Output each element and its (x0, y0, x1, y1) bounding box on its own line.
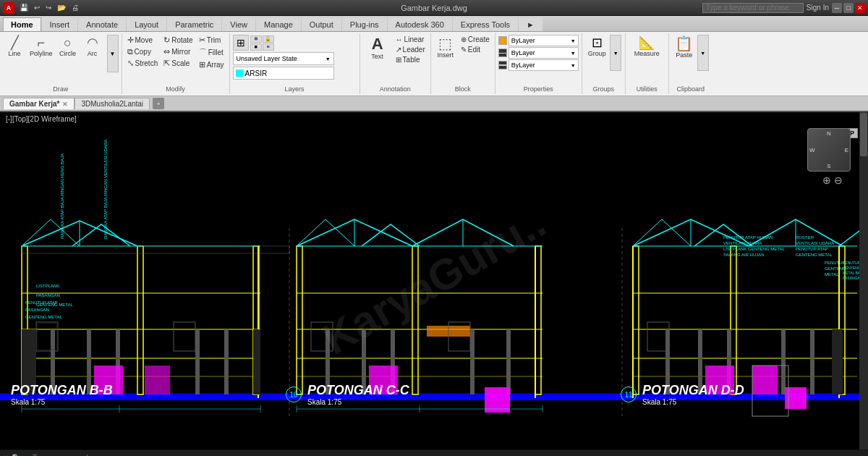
stretch-button[interactable]: ⤡ Stretch (125, 58, 161, 69)
leader-button[interactable]: ↗ Leader (393, 45, 427, 54)
layer-more-button[interactable]: ≡ (263, 43, 274, 51)
new-tab-button[interactable]: + (153, 98, 164, 109)
layer-freeze-button[interactable]: ❄ (250, 35, 262, 43)
circle-button[interactable]: ○ Circle (56, 35, 80, 59)
layer-properties-button[interactable]: ⊞ (233, 35, 249, 51)
mirror-icon: ⇔ (163, 47, 170, 56)
navigation-cube[interactable]: TOP N S E W ⊕ ⊖ (807, 118, 858, 169)
annotation-label: Annotation (380, 85, 411, 93)
tab-view[interactable]: View (222, 17, 255, 31)
group-annotation: A Text ↔ Linear ↗ Leader ⊞ Table (360, 33, 431, 94)
line-button[interactable]: ╱ Line (3, 35, 26, 59)
layer-state-dropdown[interactable]: Unsaved Layer State (233, 52, 334, 65)
quick-save[interactable]: 💾 (17, 3, 30, 12)
sign-in-button[interactable]: Sign In (807, 4, 829, 12)
svg-rect-16 (224, 329, 229, 394)
fillet-button[interactable]: ⌒ Fillet (197, 46, 226, 59)
compass-e: E (845, 147, 848, 153)
tab-manage[interactable]: Manage (256, 17, 301, 31)
svg-rect-15 (195, 329, 200, 394)
edit-button[interactable]: ✎ Edit (459, 45, 492, 54)
polyline-button[interactable]: ⌐ Polyline (27, 35, 55, 59)
insert-button[interactable]: ⬚ Insert (434, 35, 457, 60)
tab-insert[interactable]: Insert (42, 17, 78, 31)
draw-more-button[interactable]: ▼ (107, 35, 119, 72)
clipboard-more-button[interactable]: ▼ (697, 35, 709, 71)
rotate-button[interactable]: ↻ Rotate (161, 35, 195, 46)
color-swatch-1 (498, 36, 507, 45)
svg-text:METAL: METAL (825, 272, 839, 276)
paste-icon: 📋 (675, 36, 693, 51)
command-bar: ✕ 🔍 ↕ (0, 449, 868, 456)
quick-undo[interactable]: ↩ (32, 3, 42, 12)
tab-output[interactable]: Output (302, 17, 341, 31)
doc-tab-label: Gambar Kerja* (9, 100, 59, 108)
groups-more-button[interactable]: ▼ (610, 35, 621, 71)
compass-s: S (827, 163, 830, 169)
svg-text:RANGKA ATAP BAJA RINGAN VENTIL: RANGKA ATAP BAJA RINGAN VENTILASI UDARA (103, 140, 108, 239)
layer-lock-button[interactable]: 🔒 (263, 35, 274, 43)
close-button[interactable]: ✕ (855, 3, 865, 13)
section-marker-11: 11 (621, 387, 637, 402)
doc-tab-close[interactable]: ✕ (62, 101, 68, 108)
title-bar: A 💾 ↩ ↪ 📂 🖨 Gambar Kerja.dwg Sign In ─ □… (0, 0, 868, 16)
tab-express-tools[interactable]: Express Tools (453, 17, 518, 31)
trim-button[interactable]: ✂ Trim (197, 35, 226, 46)
layer-color-button[interactable]: ■ (250, 43, 262, 51)
minimize-button[interactable]: ─ (832, 3, 842, 13)
tab-more[interactable]: ► (519, 17, 542, 31)
layer-color-swatch (236, 69, 243, 77)
group-modify: ✛ Move ⧉ Copy ⤡ Stretch ↻ Rotate (122, 33, 230, 94)
navcube-zoom-out[interactable]: ⊖ (834, 174, 843, 186)
current-layer-row[interactable]: ARSIR (233, 67, 334, 80)
arc-button[interactable]: ◠ Arc (81, 35, 104, 59)
quick-print[interactable]: 🖨 (69, 3, 81, 12)
array-button[interactable]: ⊞ Array (197, 59, 226, 70)
text-button[interactable]: A Text (363, 35, 392, 62)
quick-open[interactable]: 📂 (55, 3, 68, 12)
svg-rect-52 (781, 329, 786, 394)
svg-rect-33 (470, 329, 475, 394)
text-icon: A (372, 36, 383, 52)
svg-rect-34 (506, 329, 511, 394)
copy-button[interactable]: ⧉ Copy (125, 46, 161, 57)
scale-button[interactable]: ⇱ Scale (161, 58, 195, 69)
vertical-scrollbar[interactable] (859, 112, 868, 449)
scale-icon: ⇱ (163, 59, 170, 68)
layers-label: Layers (285, 85, 305, 93)
tab-layout[interactable]: Layout (127, 17, 166, 31)
navcube-zoom-in[interactable]: ⊕ (822, 174, 831, 186)
bylayer-lineweight-dropdown[interactable]: ByLayer ▼ (509, 59, 579, 71)
group-groups: ⊡ Group ▼ Groups (582, 33, 626, 94)
measure-button[interactable]: 📐 Measure (632, 35, 662, 59)
compass-n: N (827, 130, 831, 137)
tab-home[interactable]: Home (3, 17, 41, 31)
paste-button[interactable]: 📋 Paste (673, 35, 696, 60)
tab-autodesk360[interactable]: Autodesk 360 (388, 17, 452, 31)
navcube-controls[interactable]: ⊕ ⊖ (807, 174, 858, 186)
tab-annotate[interactable]: Annotate (78, 17, 126, 31)
maximize-button[interactable]: □ (843, 3, 854, 13)
window-title: Gambar Kerja.dwg (401, 4, 467, 12)
clipboard-label: Clipboard (676, 85, 705, 93)
group-button[interactable]: ⊡ Group (585, 35, 608, 59)
move-button[interactable]: ✛ Move (125, 35, 161, 46)
table-button[interactable]: ⊞ Table (393, 55, 427, 64)
bylayer-linetype-dropdown[interactable]: ByLayer ▼ (509, 47, 579, 59)
svg-text:LISTPLANK GENTENG METAL: LISTPLANK GENTENG METAL (723, 247, 786, 251)
navcube-box[interactable]: N S E W (807, 128, 851, 172)
svg-text:PENUTUP: PENUTUP (843, 261, 861, 265)
mirror-button[interactable]: ⇔ Mirror (161, 46, 195, 57)
tab-parametric[interactable]: Parametric (167, 17, 221, 31)
search-input[interactable] (702, 3, 804, 13)
tab-plugins[interactable]: Plug-ins (342, 17, 387, 31)
bylayer-color-dropdown[interactable]: ByLayer ▼ (509, 35, 579, 46)
create-button[interactable]: ⊕ Create (459, 35, 492, 44)
doc-tab-3d[interactable]: 3DMusholia2Lantai (75, 98, 150, 109)
edit-icon: ✎ (461, 46, 467, 54)
doc-tab-gambar-kerja[interactable]: Gambar Kerja* ✕ (3, 98, 75, 109)
quick-redo[interactable]: ↪ (43, 3, 54, 12)
vscroll-thumb[interactable] (860, 113, 867, 156)
linear-button[interactable]: ↔ Linear (393, 35, 427, 44)
svg-text:PENUTUP ATAP: PENUTUP ATAP (25, 300, 58, 305)
